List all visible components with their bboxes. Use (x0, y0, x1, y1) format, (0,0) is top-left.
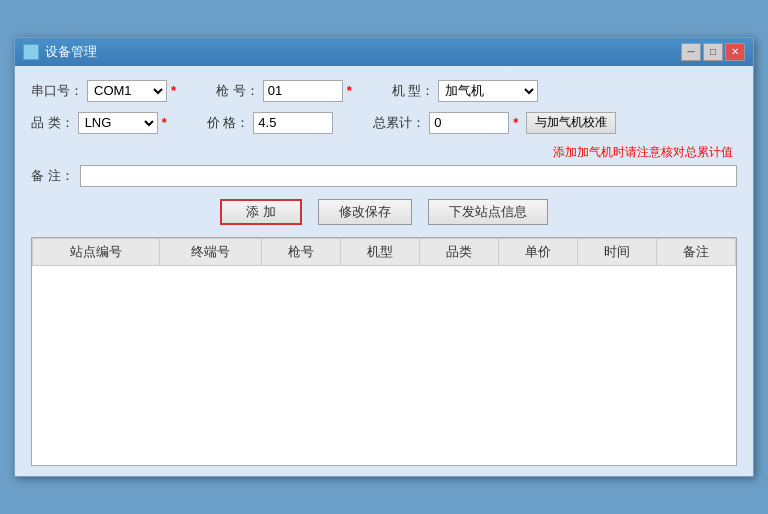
maximize-button[interactable]: □ (703, 43, 723, 61)
machine-type-label: 机 型： (392, 82, 435, 100)
title-bar: 设备管理 ─ □ ✕ (15, 38, 753, 66)
form-row-1: 串口号： COM1 COM2 COM3 COM4 * 枪 号： * 机 型： 加… (31, 80, 737, 102)
price-input[interactable] (253, 112, 333, 134)
title-bar-left: 设备管理 (23, 43, 97, 61)
col-gun-no: 枪号 (262, 238, 341, 265)
category-select[interactable]: LNG CNG (78, 112, 158, 134)
category-group: 品 类： LNG CNG * (31, 112, 167, 134)
col-station-id: 站点编号 (33, 238, 160, 265)
remark-input[interactable] (80, 165, 737, 187)
data-table: 站点编号 终端号 枪号 机型 品类 单价 时间 备注 (32, 238, 736, 466)
col-category: 品类 (420, 238, 499, 265)
minimize-button[interactable]: ─ (681, 43, 701, 61)
col-time: 时间 (578, 238, 657, 265)
button-row: 添 加 修改保存 下发站点信息 (31, 199, 737, 225)
col-unit-price: 单价 (499, 238, 578, 265)
gun-input[interactable] (263, 80, 343, 102)
gun-group: 枪 号： * (216, 80, 352, 102)
data-table-container: 站点编号 终端号 枪号 机型 品类 单价 时间 备注 (31, 237, 737, 467)
title-buttons[interactable]: ─ □ ✕ (681, 43, 745, 61)
port-group: 串口号： COM1 COM2 COM3 COM4 * (31, 80, 176, 102)
table-body (33, 265, 736, 465)
machine-type-group: 机 型： 加气机 (392, 80, 539, 102)
table-header-row: 站点编号 终端号 枪号 机型 品类 单价 时间 备注 (33, 238, 736, 265)
table-header: 站点编号 终端号 枪号 机型 品类 单价 时间 备注 (33, 238, 736, 265)
port-label: 串口号： (31, 82, 83, 100)
port-required: * (171, 83, 176, 98)
category-required: * (162, 115, 167, 130)
content-area: 串口号： COM1 COM2 COM3 COM4 * 枪 号： * 机 型： 加… (15, 66, 753, 477)
port-select[interactable]: COM1 COM2 COM3 COM4 (87, 80, 167, 102)
total-group: 总累计： * 与加气机校准 (373, 112, 616, 134)
price-group: 价 格： (207, 112, 334, 134)
col-remark: 备注 (657, 238, 736, 265)
total-required: * (513, 115, 518, 130)
calibrate-button[interactable]: 与加气机校准 (526, 112, 616, 134)
gun-label: 枪 号： (216, 82, 259, 100)
gun-required: * (347, 83, 352, 98)
window-icon (23, 44, 39, 60)
total-input[interactable] (429, 112, 509, 134)
machine-type-select[interactable]: 加气机 (438, 80, 538, 102)
window-title: 设备管理 (45, 43, 97, 61)
total-label: 总累计： (373, 114, 425, 132)
close-button[interactable]: ✕ (725, 43, 745, 61)
col-terminal-id: 终端号 (159, 238, 262, 265)
remark-row: 备 注： (31, 165, 737, 187)
category-label: 品 类： (31, 114, 74, 132)
note-text: 添加加气机时请注意核对总累计值 (31, 144, 737, 161)
price-label: 价 格： (207, 114, 250, 132)
form-row-2: 品 类： LNG CNG * 价 格： 总累计： * 与加气机校准 (31, 112, 737, 134)
main-window: 设备管理 ─ □ ✕ 串口号： COM1 COM2 COM3 COM4 * 枪 … (14, 37, 754, 478)
col-machine-type: 机型 (341, 238, 420, 265)
add-button[interactable]: 添 加 (220, 199, 302, 225)
save-button[interactable]: 修改保存 (318, 199, 412, 225)
remark-label: 备 注： (31, 167, 74, 185)
send-button[interactable]: 下发站点信息 (428, 199, 548, 225)
